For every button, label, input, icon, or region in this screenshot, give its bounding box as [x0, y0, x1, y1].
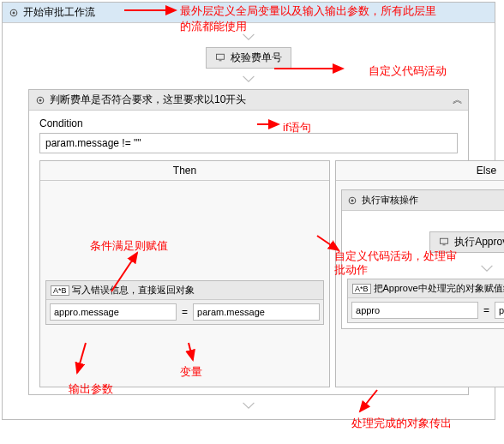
- assign-badge-icon: A*B: [51, 285, 69, 296]
- gear-icon: [34, 94, 46, 106]
- collapse-icon[interactable]: ︽: [453, 93, 463, 107]
- if-activity-header[interactable]: 判断费单是否符合要求，这里要求以10开头 ︽: [29, 90, 468, 111]
- else-assign-title: 把Approve中处理完的对象赋值给I: [374, 282, 504, 295]
- activity-validate[interactable]: 校验费单号: [206, 47, 291, 69]
- approve-activity[interactable]: 执行Approve操作: [429, 231, 504, 253]
- then-label: Then: [40, 161, 329, 181]
- svg-rect-2: [217, 54, 225, 59]
- else-assign-panel[interactable]: A*B 把Approve中处理完的对象赋值给I =: [347, 279, 504, 323]
- flow-connector: [347, 258, 504, 279]
- flow-connector: [28, 69, 469, 89]
- equals-sign: =: [178, 306, 191, 318]
- workflow-start-header[interactable]: 开始审批工作流: [3, 3, 495, 23]
- monitor-icon: [439, 237, 451, 249]
- condition-input[interactable]: [39, 133, 458, 153]
- else-label: Else: [336, 161, 504, 181]
- else-assign-left[interactable]: [351, 302, 478, 319]
- flow-connector: [28, 395, 469, 416]
- else-assign-right[interactable]: [495, 302, 504, 319]
- else-exec-title: 执行审核操作: [362, 194, 418, 207]
- else-exec-panel[interactable]: 执行审核操作 ︽: [341, 189, 504, 329]
- assign-badge-icon: A*B: [352, 284, 371, 294]
- svg-point-1: [13, 11, 15, 14]
- svg-point-7: [351, 199, 354, 201]
- gear-icon: [346, 195, 358, 207]
- equals-sign: =: [480, 304, 493, 316]
- then-assign-title: 写入错误信息，直接返回对象: [72, 284, 195, 297]
- then-assign-right[interactable]: [193, 303, 320, 321]
- if-activity-title: 判断费单是否符合要求，这里要求以10开头: [50, 93, 246, 107]
- then-assign-left[interactable]: [50, 303, 177, 321]
- flow-connector: [28, 27, 469, 47]
- monitor-icon: [215, 52, 227, 64]
- svg-rect-8: [441, 238, 448, 243]
- activity-validate-label: 校验费单号: [231, 51, 282, 65]
- approve-activity-label: 执行Approve操作: [454, 235, 504, 249]
- then-assign-panel[interactable]: A*B 写入错误信息，直接返回对象 =: [45, 280, 324, 325]
- gear-icon: [8, 7, 20, 19]
- workflow-start-title: 开始审批工作流: [23, 5, 95, 20]
- svg-point-5: [39, 99, 42, 101]
- condition-label: Condition: [39, 117, 458, 129]
